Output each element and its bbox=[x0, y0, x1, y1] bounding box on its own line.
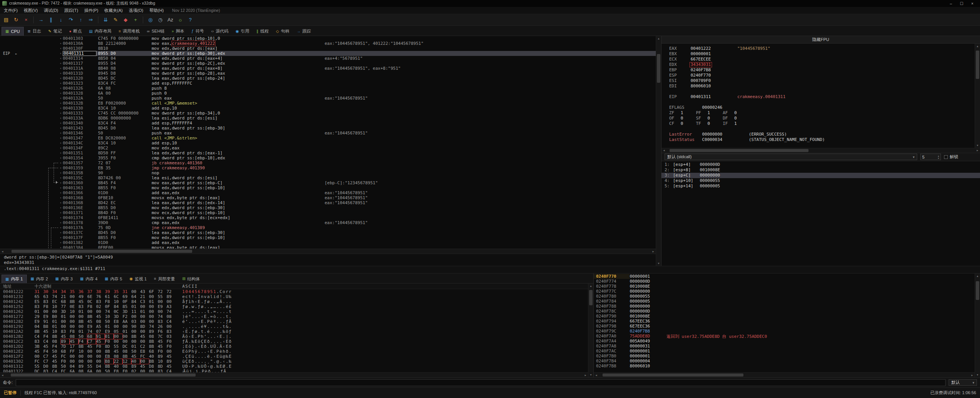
disasm-row[interactable]: 0040137C8D45 D0lea eax,dword ptr ss:[ebp… bbox=[0, 230, 656, 235]
scroll-up-icon[interactable]: ▲ bbox=[656, 36, 661, 41]
stack-row[interactable]: 0240F7A800000031 bbox=[594, 344, 975, 349]
tab-script[interactable]: »脚本 bbox=[168, 27, 188, 36]
register-esi[interactable]: ESI000709F0 bbox=[669, 78, 975, 84]
scroll-left-icon[interactable]: ◄ bbox=[0, 373, 5, 378]
scroll-track[interactable] bbox=[5, 373, 583, 377]
dump-row[interactable]: 00401302FCC745F000000000B8221240008B1089… bbox=[0, 359, 588, 364]
disasm-vertical-scrollbar[interactable]: ▲▼ bbox=[656, 36, 661, 266]
disasm-row[interactable]: 0040134083C4 F4add esp,FFFFFFF4 bbox=[0, 121, 656, 126]
calling-convention-select[interactable]: 默认 (stdcall) ▾ bbox=[665, 154, 917, 160]
scroll-track[interactable] bbox=[599, 373, 970, 377]
disasm-row[interactable]: 00401359EB 35jmp crakmeeasy.401390 bbox=[0, 165, 656, 170]
scroll-up-icon[interactable]: ▲ bbox=[975, 44, 980, 49]
stack-row[interactable]: 0240F77000000001 bbox=[594, 274, 975, 279]
registers-horizontal-scrollbar[interactable]: ◄► bbox=[662, 148, 980, 153]
tab-cpu[interactable]: ▦CPU bbox=[2, 27, 24, 36]
inject-button[interactable]: + bbox=[131, 16, 140, 24]
disasm-row[interactable]: 0040136601D0add eax,edxeax:"10445678951" bbox=[0, 190, 656, 195]
stack-row[interactable]: 0240F78C0000000D bbox=[594, 309, 975, 314]
command-profile-select[interactable]: 默认 ▾ bbox=[949, 379, 977, 386]
tab-notes[interactable]: ✎笔记 bbox=[45, 27, 65, 36]
stack-row[interactable]: 0240F7740000000D bbox=[594, 279, 975, 284]
run-to-user-code-button[interactable]: ⇒ bbox=[86, 16, 95, 24]
disasm-row[interactable]: 0040137A75 0Djne crakmeeasy.401389 bbox=[0, 225, 656, 230]
tab-references[interactable]: ◉引用 bbox=[232, 27, 253, 36]
tab-locals[interactable]: ≡局部变量 bbox=[150, 275, 178, 283]
last-error[interactable]: LastError00000000(ERROR_SUCCESS) bbox=[669, 132, 975, 137]
disasm-row[interactable]: 004013286A 00push 0 bbox=[0, 91, 656, 96]
disasm-row[interactable]: 0040135772 07jb crakmeeasy.401360 bbox=[0, 161, 656, 165]
stack-row[interactable]: 0240F7A4005A0049 bbox=[594, 339, 975, 344]
unlock-checkbox-label[interactable]: 解锁 bbox=[944, 154, 977, 160]
argument-row[interactable]: 2:[esp+8]0010008E bbox=[662, 167, 980, 173]
disasm-row[interactable]: 004013178955 D4mov dword ptr ss:[ebp-2C]… bbox=[0, 61, 656, 66]
dump-row[interactable]: 00401322DC83C4FC6A086A0050E8F002000083C4… bbox=[0, 369, 588, 372]
disasm-row[interactable]: 0040130F8B10mov edx,dword ptr ds:[eax] bbox=[0, 46, 656, 51]
disasm-horizontal-scrollbar[interactable]: ◄► bbox=[0, 249, 656, 254]
scroll-up-icon[interactable]: ▲ bbox=[588, 283, 593, 288]
disasm-row[interactable]: 0040137839D0cmp eax,edxeax:"10445678951" bbox=[0, 220, 656, 225]
scroll-down-icon[interactable]: ▼ bbox=[975, 372, 980, 377]
disasm-row[interactable]: 004013266A 08push 8 bbox=[0, 86, 656, 91]
stack-row[interactable]: 0240F77C00000000 bbox=[594, 289, 975, 294]
register-ebp[interactable]: EBP0240F7B8 bbox=[669, 67, 975, 73]
disasm-row[interactable]: 0040130AB8 22124000mov eax,crakmeeasy.40… bbox=[0, 41, 656, 46]
stack-row[interactable]: 0240F78000000055 bbox=[594, 294, 975, 299]
run-button[interactable]: → bbox=[36, 16, 46, 24]
disasm-row[interactable]: 0040131D8945 D8mov dword ptr ss:[ebp-28]… bbox=[0, 71, 656, 76]
last-status[interactable]: LastStatusC0000034(STATUS_OBJECT_NAME_NO… bbox=[669, 137, 975, 142]
patch-button[interactable]: ✎ bbox=[111, 16, 120, 24]
animate-into-button[interactable]: ⇊ bbox=[101, 16, 110, 24]
dump-row[interactable]: 004012B2C4F48B45085068910100008B45087C03… bbox=[0, 334, 588, 339]
stack-row[interactable]: 0240F7B000000001 bbox=[594, 354, 975, 359]
stack-row[interactable]: 0240F7B880006010 bbox=[594, 364, 975, 369]
dump-row[interactable]: 0040129204B801000000E9A5010000908D742600… bbox=[0, 324, 588, 329]
disasm-row[interactable]: 0040135B90nop bbox=[0, 170, 656, 175]
dump-row[interactable]: 004012620100003D10010000740C3D1101000074… bbox=[0, 309, 588, 314]
dump-horizontal-scrollbar[interactable]: ◄► bbox=[0, 372, 588, 377]
tab-seh[interactable]: ∞SEH链 bbox=[144, 27, 168, 36]
hide-fpu-button[interactable]: 隐藏FPU bbox=[662, 36, 980, 44]
menu-item-4[interactable]: 插件(P) bbox=[81, 8, 101, 13]
register-eax[interactable]: EAX00401222"10445678951" bbox=[669, 46, 975, 51]
scroll-thumb[interactable] bbox=[11, 250, 192, 253]
disasm-row[interactable]: 004013543955 F0cmp dword ptr ss:[ebp-10]… bbox=[0, 156, 656, 161]
disasm-row[interactable]: 00401347E8 DC020000call <JMP.&strlen> bbox=[0, 136, 656, 141]
tab-dump-3[interactable]: ▦内存 3 bbox=[52, 275, 76, 283]
tab-symbols[interactable]: ƒ符号 bbox=[188, 27, 207, 36]
dump-row[interactable]: 004012F200C745FC00000000EB088B45FC408945… bbox=[0, 354, 588, 359]
disasm-row[interactable]: 004013638B55 F0mov edx,dword ptr ss:[ebp… bbox=[0, 185, 656, 190]
restart-button[interactable]: ↻ bbox=[11, 16, 21, 24]
tab-breakpoints[interactable]: ●断点 bbox=[65, 27, 85, 36]
disasm-row[interactable]: 004013840FBE00movsx eax,byte ptr ds:[eax… bbox=[0, 245, 656, 249]
disasm-row[interactable]: 0040136B8D42 EClea eax,dword ptr ds:[edx… bbox=[0, 200, 656, 205]
scroll-right-icon[interactable]: ► bbox=[651, 249, 656, 254]
stack-row[interactable]: 0240F7986E7EEC36 bbox=[594, 324, 975, 329]
disasm-row[interactable]: 0040132383C4 FCadd esp,FFFFFFFC bbox=[0, 81, 656, 86]
stack-vertical-scrollbar[interactable]: ▲▼ bbox=[975, 274, 980, 377]
dump-row[interactable]: 00401222313034343536373839353100436F7272… bbox=[0, 289, 588, 294]
dump-row[interactable]: 0040125283F810770E83F8020F8485010000E9A3… bbox=[0, 304, 588, 309]
disasm-row[interactable]: 0040134650push eaxeax:"10445678951" bbox=[0, 131, 656, 136]
menu-item-7[interactable]: 帮助(H) bbox=[146, 8, 167, 13]
scroll-track[interactable] bbox=[5, 249, 651, 254]
menu-item-6[interactable]: 选项(O) bbox=[126, 8, 146, 13]
scroll-thumb[interactable] bbox=[976, 281, 979, 300]
dump-row[interactable]: 004012C283C4088945F4C745F0000000008B45F0… bbox=[0, 339, 588, 344]
dump-row[interactable]: 00401242E583EC688B450C83F8100F84C3010000… bbox=[0, 299, 588, 304]
stack-row[interactable]: 0240F78800000000 bbox=[594, 304, 975, 309]
arg-count-spinner[interactable]: 5 ▴▾ bbox=[920, 154, 941, 160]
disasm-row[interactable]: 004013518D50 FFlea edx,dword ptr ds:[eax… bbox=[0, 151, 656, 156]
argument-row[interactable]: 4:[esp+10]00000055 bbox=[662, 178, 980, 183]
disasm-row[interactable]: 00401333C745 CC 00000000mov dword ptr ss… bbox=[0, 111, 656, 116]
step-into-button[interactable]: ↓ bbox=[56, 16, 65, 24]
disasm-row[interactable]: 004013608B45 F4mov eax,dword ptr ss:[ebp… bbox=[0, 180, 656, 185]
stack-row[interactable]: 0240F7A075ADDE8D返回到 user32.75ADDE8D 自 us… bbox=[594, 334, 975, 339]
scroll-left-icon[interactable]: ◄ bbox=[594, 373, 599, 378]
preferences-button[interactable]: ☼ bbox=[176, 16, 185, 24]
stack-row[interactable]: 0240F7900010008E bbox=[594, 314, 975, 319]
tab-handles[interactable]: ◇句柄 bbox=[273, 27, 293, 36]
step-out-button[interactable]: ↑ bbox=[76, 16, 85, 24]
stack-row[interactable]: 0240F794667EEC36 bbox=[594, 319, 975, 324]
scroll-thumb[interactable] bbox=[603, 373, 743, 377]
